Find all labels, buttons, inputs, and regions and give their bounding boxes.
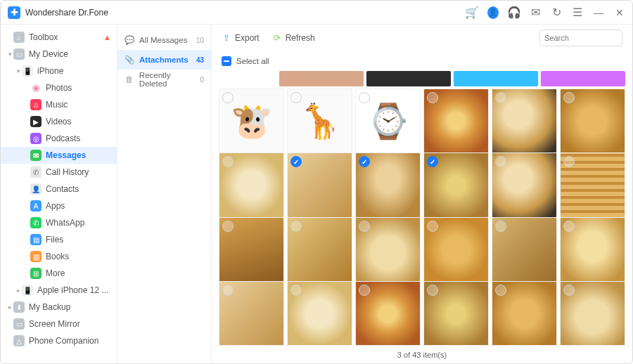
sidebar-icon: △ [13, 335, 25, 346]
sidebar-icon: ◎ [30, 133, 41, 144]
history-icon[interactable]: ↻ [551, 7, 562, 18]
sidebar-item-iphone[interactable]: ▾📱iPhone [1, 63, 117, 79]
thumb-checkbox-icon[interactable] [427, 221, 438, 232]
attachment-thumb[interactable] [219, 152, 284, 218]
category-attachments[interactable]: 📎Attachments43 [117, 50, 211, 70]
sidebar-item-call-history[interactable]: ✆Call History [1, 164, 117, 181]
thumb-checkbox-icon[interactable] [359, 221, 370, 232]
sidebar-item-phone-companion[interactable]: △Phone Companion [1, 332, 117, 349]
attachment-thumb[interactable]: ⌚ [355, 89, 421, 154]
attachment-thumb[interactable] [287, 217, 352, 282]
category-all-messages[interactable]: 💬All Messages10 [117, 30, 211, 50]
sidebar-icon: ✆ [30, 167, 41, 178]
sidebar-item-label: Podcasts [46, 134, 111, 143]
sidebar-icon: 🌸 [30, 82, 41, 93]
attachment-thumb[interactable] [492, 152, 557, 218]
sidebar-item-more[interactable]: ⊞More [1, 265, 117, 282]
thumb-checkbox-icon[interactable] [563, 285, 575, 296]
preview-chip[interactable] [541, 71, 625, 86]
thumb-checkbox-icon[interactable] [427, 92, 438, 103]
cart-icon[interactable]: 🛒 [466, 7, 478, 18]
thumb-checkbox-icon[interactable] [427, 285, 438, 296]
attachment-thumb[interactable] [423, 152, 489, 218]
headset-icon[interactable]: 🎧 [509, 7, 520, 18]
sidebar-icon: ▶ [30, 116, 41, 127]
sidebar-item-podcasts[interactable]: ◎Podcasts [1, 130, 117, 147]
thumb-checkbox-icon[interactable] [290, 285, 302, 296]
sidebar-icon: ✆ [30, 217, 41, 228]
thumb-checkbox-icon[interactable] [563, 92, 575, 103]
export-button[interactable]: ⇪ Export [222, 33, 260, 43]
thumb-checkbox-icon[interactable] [359, 92, 370, 103]
sidebar-item-files[interactable]: ▤Files [1, 231, 117, 248]
sidebar-item-apps[interactable]: AApps [1, 197, 117, 214]
attachment-thumb[interactable] [492, 281, 557, 345]
thumb-checkbox-icon[interactable] [222, 221, 234, 232]
attachment-thumb[interactable]: 🐮 [219, 89, 284, 154]
attachment-thumb[interactable]: 🦒 [287, 89, 352, 154]
account-icon[interactable]: 👤 [487, 7, 499, 18]
thumb-checkbox-icon[interactable] [222, 92, 234, 103]
app-title: Wondershare Dr.Fone [25, 8, 108, 18]
attachment-thumb[interactable] [492, 217, 557, 282]
thumb-checkbox-icon[interactable] [290, 221, 302, 232]
attachment-thumb[interactable] [560, 89, 625, 154]
sidebar-item-toolbox[interactable]: ⌂Toolbox▲ [1, 29, 117, 46]
sidebar-item-photos[interactable]: 🌸Photos [1, 79, 117, 96]
thumb-checkbox-icon[interactable] [290, 92, 302, 103]
attachment-thumb[interactable] [492, 89, 557, 154]
thumb-checkbox-icon[interactable] [495, 221, 506, 232]
thumb-checkbox-icon[interactable] [222, 285, 234, 296]
attachment-thumb[interactable] [423, 217, 489, 282]
sidebar-item-music[interactable]: ♫Music [1, 96, 117, 113]
sidebar-item-my-device[interactable]: ▾▭My Device [1, 46, 117, 63]
sidebar-item-contacts[interactable]: 👤Contacts [1, 181, 117, 197]
search-box[interactable]: ⌕ [539, 30, 622, 46]
sidebar-icon: 📱 [22, 285, 33, 296]
category-icon: 💬 [124, 35, 134, 45]
category-recently-deleted[interactable]: 🗑Recently Deleted0 [117, 70, 211, 89]
refresh-button[interactable]: ⟳ Refresh [272, 33, 315, 43]
thumb-checkbox-icon[interactable] [563, 221, 575, 232]
sidebar-item-label: Apps [46, 201, 111, 211]
sidebar-icon: ▭ [13, 318, 25, 330]
chevron-icon: ▾ [15, 67, 22, 74]
preview-chip[interactable] [366, 71, 451, 86]
sidebar-item-screen-mirror[interactable]: ▭Screen Mirror [1, 316, 117, 332]
preview-chip[interactable] [454, 71, 538, 86]
titlebar: ✚ Wondershare Dr.Fone 🛒 👤 🎧 ✉ ↻ ☰ — ✕ [1, 1, 632, 25]
attachment-thumb[interactable] [423, 281, 489, 345]
sidebar-item-books[interactable]: ▥Books [1, 248, 117, 265]
sidebar-icon: ✉ [30, 150, 41, 161]
thumb-checkbox-icon[interactable] [359, 285, 370, 296]
select-all-row[interactable]: Select all [212, 51, 632, 71]
chevron-icon: ▾ [6, 51, 13, 58]
sidebar-item-my-backup[interactable]: ▸⬇My Backup [1, 299, 117, 316]
attachment-thumb[interactable] [287, 281, 352, 345]
sidebar-item-videos[interactable]: ▶Videos [1, 113, 117, 130]
attachment-thumb[interactable] [560, 152, 625, 218]
attachment-thumb[interactable] [355, 217, 421, 282]
attachment-thumb[interactable] [560, 217, 625, 282]
thumb-checkbox-icon[interactable] [495, 92, 506, 103]
minimize-icon[interactable]: — [593, 7, 604, 18]
attachment-thumb[interactable] [355, 152, 421, 218]
attachment-thumb[interactable] [560, 281, 625, 345]
thumb-checkbox-icon[interactable] [495, 285, 506, 296]
search-input[interactable] [544, 34, 633, 42]
sidebar-item-whatsapp[interactable]: ✆WhatsApp [1, 214, 117, 231]
attachment-thumb[interactable] [423, 89, 489, 154]
select-all-checkbox-icon[interactable] [222, 56, 231, 66]
mail-icon[interactable]: ✉ [530, 7, 541, 18]
sidebar-item-label: iPhone [37, 66, 111, 76]
preview-chip[interactable] [279, 71, 364, 86]
app-logo-icon: ✚ [8, 6, 20, 19]
attachment-thumb[interactable] [219, 281, 284, 345]
close-icon[interactable]: ✕ [614, 7, 625, 18]
menu-icon[interactable]: ☰ [572, 7, 583, 18]
sidebar-item-messages[interactable]: ✉Messages [1, 147, 117, 164]
attachment-thumb[interactable] [287, 152, 352, 218]
attachment-thumb[interactable] [219, 217, 284, 282]
sidebar-item-apple-iphone-12-[interactable]: ▸📱Apple iPhone 12 ... [1, 282, 117, 299]
attachment-thumb[interactable] [355, 281, 421, 345]
